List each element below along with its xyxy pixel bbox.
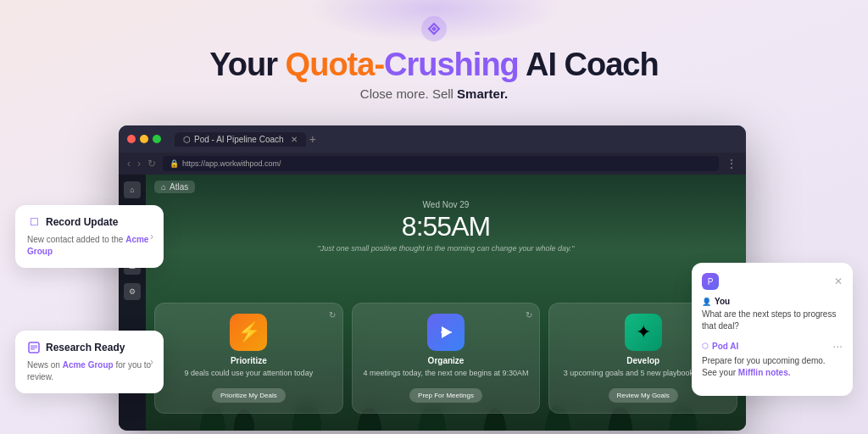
pod-ai-message-text: Prepare for you upcoming demo. See your …: [702, 355, 843, 379]
active-tab[interactable]: ⬡ Pod - AI Pipeline Coach ✕: [175, 132, 306, 147]
ai-chat-card: P ✕ 👤 You What are the next steps to pro…: [692, 263, 853, 396]
user-avatar-icon: 👤: [702, 298, 711, 306]
user-message-text: What are the next steps to progress that…: [702, 309, 843, 332]
refresh-button[interactable]: ↻: [147, 158, 156, 170]
develop-button[interactable]: Review My Goals: [609, 388, 678, 403]
pod-ai-sender-name: Pod AI: [712, 342, 738, 351]
forward-button[interactable]: ›: [137, 158, 141, 170]
ai-logo-icon: P: [702, 273, 719, 290]
prioritize-button[interactable]: Prioritize My Deals: [212, 388, 286, 403]
research-ready-card: Research Ready News on Acme Group for yo…: [15, 331, 164, 393]
page-subtitle: Close more. Sell Smarter.: [0, 86, 868, 101]
ai-close-button[interactable]: ✕: [834, 275, 843, 287]
record-update-card: ☐ Record Update New contact added to the…: [15, 205, 164, 268]
organize-desc: 4 meetings today, the next one begins at…: [363, 369, 530, 379]
research-ready-desc: News on Acme Group for you to review.: [27, 359, 152, 383]
quote-text: "Just one small positive thought in the …: [146, 244, 746, 253]
user-message: 👤 You What are the next steps to progres…: [702, 297, 843, 332]
cards-area: ↻ ⚡ Prioritize 9 deals could use your at…: [154, 303, 737, 414]
time-text: 8:55AM: [146, 211, 746, 242]
browser-nav: ‹ › ↻ 🔒 https://app.workwithpod.com/ ⋮: [119, 153, 746, 175]
prioritize-title: Prioritize: [165, 356, 332, 365]
record-update-desc: New contact added to the Acme Group: [27, 234, 152, 258]
tab-close-icon[interactable]: ✕: [291, 135, 298, 144]
browser-window: ⬡ Pod - AI Pipeline Coach ✕ + ‹ › ↻ 🔒 ht…: [119, 125, 746, 431]
research-ready-title: Research Ready: [46, 342, 125, 353]
lock-icon: 🔒: [170, 159, 179, 168]
browser-content: ⌂ ◈ ▦ ☰ ⚙ ⌂ Atlas Wed Nov 29 8:55AM "Jus…: [119, 175, 746, 431]
svg-rect-2: [441, 331, 452, 333]
pod-ai-menu-icon[interactable]: ···: [832, 339, 843, 353]
record-update-arrow-icon: ›: [150, 231, 153, 242]
browser-tabs: ⬡ Pod - AI Pipeline Coach ✕ +: [175, 132, 316, 147]
new-tab-button[interactable]: +: [309, 132, 316, 146]
pod-ai-link[interactable]: Mifflin notes.: [738, 368, 791, 377]
time-display: Wed Nov 29 8:55AM "Just one small positi…: [146, 200, 746, 253]
prioritize-card: ↻ ⚡ Prioritize 9 deals could use your at…: [154, 303, 343, 414]
tab-label: Pod - AI Pipeline Coach: [194, 135, 284, 144]
research-ready-icon: [27, 341, 41, 354]
ai-card-header: P ✕: [702, 273, 843, 290]
browser-toolbar: ⬡ Pod - AI Pipeline Coach ✕ +: [119, 125, 746, 153]
sidebar-home-icon[interactable]: ⌂: [124, 181, 141, 198]
window-controls: [127, 135, 161, 143]
date-text: Wed Nov 29: [146, 200, 746, 209]
tab-favicon: ⬡: [183, 135, 191, 144]
sidebar-settings-icon[interactable]: ⚙: [124, 283, 141, 300]
record-update-icon: ☐: [27, 215, 41, 229]
back-button[interactable]: ‹: [127, 158, 131, 170]
url-text: https://app.workwithpod.com/: [182, 159, 281, 168]
research-ready-link[interactable]: Acme Group: [63, 360, 114, 370]
pod-ai-message: ⬡ Pod AI ··· Prepare for you upcoming de…: [702, 339, 843, 379]
record-update-title: Record Update: [46, 216, 118, 228]
develop-icon: ✦: [625, 314, 662, 351]
prioritize-refresh-icon[interactable]: ↻: [329, 310, 336, 320]
user-sender-name: You: [715, 297, 730, 306]
atlas-label: Atlas: [170, 182, 188, 192]
organize-card: ↻ Organize 4 meetings today, the next on…: [352, 303, 541, 414]
minimize-window-button[interactable]: [140, 135, 148, 143]
pod-ai-icon: ⬡: [702, 342, 709, 350]
organize-title: Organize: [363, 356, 530, 365]
url-bar[interactable]: 🔒 https://app.workwithpod.com/: [163, 156, 719, 171]
organize-button[interactable]: Prep For Meetings: [409, 388, 482, 403]
research-ready-arrow-icon: ›: [150, 356, 153, 368]
header: Your Quota-Crushing AI Coach Close more.…: [0, 0, 868, 101]
organize-refresh-icon[interactable]: ↻: [526, 310, 532, 320]
organize-icon: [427, 314, 465, 351]
content-topbar: ⌂ Atlas: [146, 175, 746, 198]
logo-icon: [420, 15, 448, 42]
atlas-badge[interactable]: ⌂ Atlas: [154, 181, 195, 193]
maximize-window-button[interactable]: [153, 135, 161, 143]
page-title: Your Quota-Crushing AI Coach: [0, 47, 868, 83]
prioritize-desc: 9 deals could use your attention today: [165, 369, 332, 379]
close-window-button[interactable]: [127, 135, 136, 143]
prioritize-icon: ⚡: [230, 314, 267, 351]
menu-button[interactable]: ⋮: [726, 157, 737, 170]
home-icon: ⌂: [161, 182, 166, 192]
